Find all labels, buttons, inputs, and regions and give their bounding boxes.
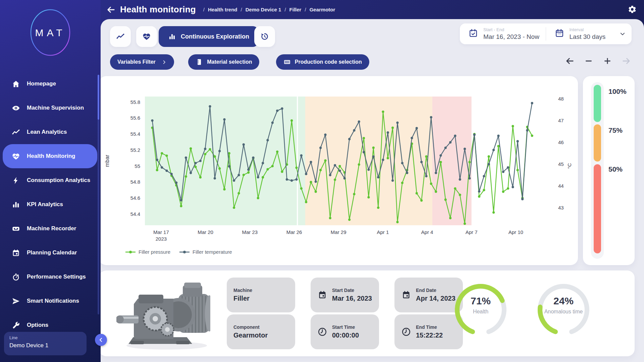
top-header: Health monitoring /Health trend/Demo Dev… bbox=[101, 0, 644, 19]
chart-back-button[interactable] bbox=[566, 57, 574, 65]
data-point bbox=[310, 181, 312, 183]
data-point bbox=[180, 205, 182, 207]
legend-filler-pressure[interactable]: Filler pressure bbox=[125, 249, 170, 255]
interval-field[interactable]: Interval Last 30 days bbox=[546, 27, 632, 41]
data-point bbox=[435, 190, 437, 193]
x-tick: Mar 17 bbox=[153, 229, 169, 235]
data-point bbox=[358, 120, 360, 123]
y-left-tick: 54.4 bbox=[130, 211, 140, 217]
sidebar-item-homepage[interactable]: Homepage bbox=[0, 72, 101, 96]
sidebar-item-machine-recorder[interactable]: Machine Recorder bbox=[0, 217, 101, 241]
filter-production-code-selection-button[interactable]: Production code selection bbox=[276, 54, 369, 70]
data-point bbox=[387, 131, 389, 134]
breadcrumb-health-trend[interactable]: /Health trend bbox=[203, 7, 237, 12]
data-point bbox=[488, 163, 490, 165]
legend-swatch bbox=[125, 250, 136, 254]
sidebar-collapse-button[interactable] bbox=[95, 334, 107, 346]
breadcrumb-separator: / bbox=[284, 7, 286, 12]
heart-pulse-icon bbox=[142, 32, 151, 41]
back-button[interactable] bbox=[107, 5, 115, 14]
data-point bbox=[468, 177, 471, 179]
stopwatch-icon bbox=[11, 273, 20, 281]
clock-icon bbox=[317, 327, 327, 337]
mode-continuous-exploration-button[interactable]: Continuous Exploration bbox=[159, 26, 259, 47]
data-point bbox=[223, 118, 225, 121]
data-point bbox=[473, 133, 476, 136]
data-point bbox=[449, 217, 451, 219]
data-point bbox=[343, 177, 346, 179]
gauge-value: 71% bbox=[450, 295, 511, 307]
breadcrumb-demo-device-1[interactable]: /Demo Device 1 bbox=[241, 7, 281, 12]
data-point bbox=[372, 155, 375, 158]
data-point bbox=[228, 165, 230, 168]
data-point bbox=[334, 164, 336, 166]
data-point bbox=[464, 148, 466, 150]
data-point bbox=[252, 157, 254, 159]
data-point bbox=[257, 197, 259, 199]
data-point bbox=[497, 145, 499, 147]
sidebar-item-lean-analytics[interactable]: Lean Analytics bbox=[0, 120, 101, 144]
sidebar-item-kpi-analytics[interactable]: KPI Analytics bbox=[0, 192, 101, 217]
zoom-out-button[interactable] bbox=[584, 57, 593, 65]
sidebar-item-consumption-analytics[interactable]: Consumption Analytics bbox=[0, 168, 101, 192]
sidebar-item-label: Machine Supervision bbox=[27, 104, 91, 111]
breadcrumb-gearmotor[interactable]: /Gearmotor bbox=[305, 7, 335, 12]
data-point bbox=[483, 175, 485, 177]
band-healthy bbox=[298, 97, 305, 225]
sidebar-item-performance-settings[interactable]: Performance Settings bbox=[0, 265, 101, 289]
health-trend-chart[interactable]: 55.855.655.455.25554.854.654.44847464544… bbox=[99, 76, 578, 265]
data-point bbox=[223, 188, 225, 190]
eye-icon bbox=[11, 104, 20, 112]
main-content: Continuous Exploration Start - End Mar 1… bbox=[101, 19, 644, 362]
data-point bbox=[315, 190, 317, 193]
barcode-icon bbox=[283, 58, 291, 66]
breadcrumb-filler[interactable]: /Filler bbox=[284, 7, 301, 12]
data-point bbox=[411, 137, 413, 139]
cylinder-icon bbox=[196, 58, 203, 66]
x-tick-year: 2023 bbox=[156, 236, 167, 242]
mode-label: Continuous Exploration bbox=[181, 33, 249, 40]
scale-segment-2 bbox=[594, 164, 601, 253]
gearmotor-image bbox=[116, 275, 210, 352]
data-point bbox=[324, 159, 326, 162]
mode-history-button[interactable] bbox=[254, 26, 275, 47]
legend-filler-temperature[interactable]: Filler temperature bbox=[179, 249, 232, 255]
interval-value: Last 30 days bbox=[570, 33, 606, 41]
start-end-field[interactable]: Start - End Mar 16, 2023 - Now bbox=[460, 27, 546, 41]
zoom-in-button[interactable] bbox=[603, 57, 612, 65]
sidebar-scrollbar-thumb[interactable] bbox=[98, 75, 99, 120]
y-right-tick: 46 bbox=[558, 139, 564, 145]
stopwatch-icon bbox=[12, 273, 20, 281]
chevron-down-icon bbox=[620, 31, 626, 37]
wrench-icon bbox=[12, 321, 20, 329]
info-label: Start Date bbox=[332, 288, 372, 293]
filter-label: Material selection bbox=[207, 59, 252, 65]
data-point bbox=[281, 171, 283, 173]
sidebar-item-smart-notifications[interactable]: Smart Notifications bbox=[0, 289, 101, 313]
settings-gear-button[interactable] bbox=[628, 5, 637, 15]
data-point bbox=[396, 122, 398, 124]
sidebar-item-health-monitoring[interactable]: Health Monitoring bbox=[3, 144, 97, 168]
y-left-tick: 54.6 bbox=[130, 195, 140, 201]
data-point bbox=[271, 122, 274, 124]
sidebar-item-planning-calendar[interactable]: Planning Calendar bbox=[0, 241, 101, 265]
legend-label: Filler temperature bbox=[193, 249, 232, 255]
filter-variables-filter-button[interactable]: Variables Filter bbox=[110, 54, 174, 70]
mode-heart-pulse-button[interactable] bbox=[136, 26, 157, 47]
kpi-bars-icon bbox=[12, 200, 20, 209]
sidebar-item-machine-supervision[interactable]: Machine Supervision bbox=[0, 96, 101, 120]
info-value: 00:00:00 bbox=[332, 331, 359, 339]
mode-trend-button[interactable] bbox=[110, 26, 131, 47]
page-title: Health monitoring bbox=[120, 4, 196, 15]
data-point bbox=[363, 137, 365, 139]
device-selector[interactable]: Line Demo Device 1 bbox=[4, 332, 87, 355]
sidebar: MAT Homepage Machine Supervision Lean An… bbox=[0, 0, 101, 362]
data-point bbox=[194, 166, 197, 168]
chart-nav-controls bbox=[566, 57, 631, 65]
filter-material-selection-button[interactable]: Material selection bbox=[188, 54, 259, 70]
data-point bbox=[276, 150, 278, 153]
info-value: Gearmotor bbox=[233, 331, 268, 339]
data-point bbox=[358, 163, 360, 166]
data-point bbox=[517, 169, 519, 171]
sidebar-item-label: Options bbox=[27, 321, 91, 328]
